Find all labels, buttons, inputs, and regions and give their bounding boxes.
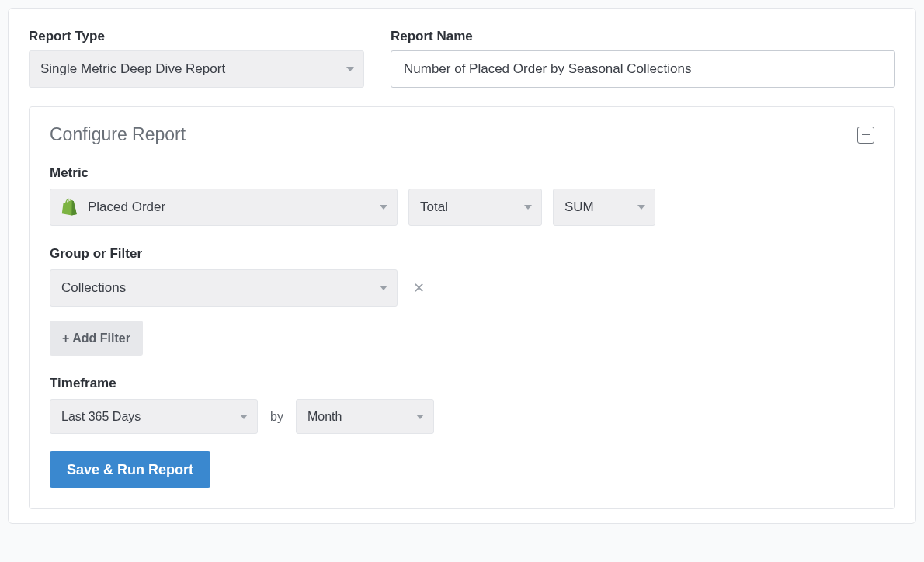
group-filter-label: Group or Filter — [50, 246, 874, 262]
metric-scope-value: Total — [420, 199, 448, 215]
report-type-label: Report Type — [29, 29, 364, 44]
panel-title: Configure Report — [50, 124, 186, 145]
configure-report-panel: Configure Report Metric Placed Order — [29, 106, 895, 509]
group-filter-section: Group or Filter Collections ✕ + Add Filt… — [50, 246, 874, 356]
timeframe-interval-select[interactable]: Month — [296, 399, 434, 434]
chevron-down-icon — [637, 205, 645, 210]
timeframe-section: Timeframe Last 365 Days by Month — [50, 376, 874, 434]
metric-select[interactable]: Placed Order — [50, 189, 398, 226]
report-type-value: Single Metric Deep Dive Report — [40, 61, 225, 77]
panel-header: Configure Report — [50, 124, 874, 145]
header-row: Report Type Single Metric Deep Dive Repo… — [29, 29, 895, 88]
timeframe-by-label: by — [269, 410, 285, 424]
report-type-select[interactable]: Single Metric Deep Dive Report — [29, 50, 364, 88]
group-filter-value: Collections — [61, 280, 126, 296]
report-type-field: Report Type Single Metric Deep Dive Repo… — [29, 29, 364, 88]
chevron-down-icon — [380, 205, 387, 210]
timeframe-range-value: Last 365 Days — [61, 410, 141, 424]
shopify-icon — [58, 196, 80, 218]
chevron-down-icon — [380, 286, 387, 290]
report-builder-card: Report Type Single Metric Deep Dive Repo… — [8, 8, 916, 524]
chevron-down-icon — [524, 205, 532, 210]
metric-scope-select[interactable]: Total — [408, 189, 542, 226]
metric-aggregation-select[interactable]: SUM — [553, 189, 655, 226]
add-filter-button[interactable]: + Add Filter — [50, 321, 143, 356]
timeframe-row: Last 365 Days by Month — [50, 399, 874, 434]
metric-name: Placed Order — [88, 199, 165, 215]
report-name-label: Report Name — [391, 29, 895, 44]
save-run-report-button[interactable]: Save & Run Report — [50, 451, 210, 488]
metric-row: Placed Order Total SUM — [50, 189, 874, 226]
report-name-input[interactable] — [391, 50, 895, 88]
timeframe-range-select[interactable]: Last 365 Days — [50, 399, 258, 434]
group-filter-select[interactable]: Collections — [50, 269, 398, 307]
timeframe-label: Timeframe — [50, 376, 874, 391]
group-filter-row: Collections ✕ — [50, 269, 874, 307]
report-name-field: Report Name — [391, 29, 895, 88]
collapse-icon[interactable] — [857, 127, 874, 144]
remove-filter-icon[interactable]: ✕ — [408, 279, 429, 297]
metric-label: Metric — [50, 165, 874, 181]
chevron-down-icon — [240, 415, 248, 419]
metric-section: Metric Placed Order Total — [50, 165, 874, 226]
timeframe-interval-value: Month — [307, 410, 342, 424]
chevron-down-icon — [346, 67, 354, 71]
metric-aggregation-value: SUM — [564, 199, 594, 215]
chevron-down-icon — [416, 415, 424, 419]
